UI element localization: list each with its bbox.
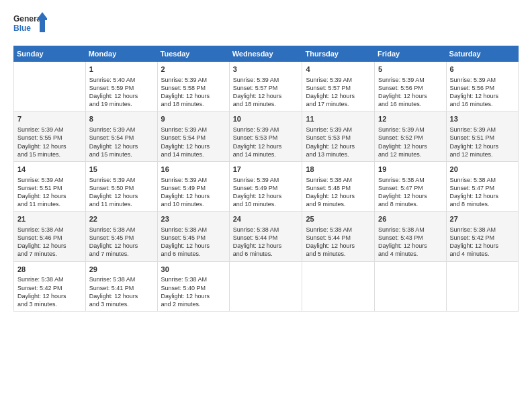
day-number: 18 xyxy=(306,165,371,175)
day-number: 9 xyxy=(161,114,226,124)
day-info: Sunrise: 5:38 AM Sunset: 5:45 PM Dayligh… xyxy=(161,226,226,259)
calendar-day-cell: 9Sunrise: 5:39 AM Sunset: 5:54 PM Daylig… xyxy=(157,111,229,161)
calendar-day-cell: 22Sunrise: 5:38 AM Sunset: 5:45 PM Dayli… xyxy=(85,212,157,261)
calendar-week-row: 21Sunrise: 5:38 AM Sunset: 5:46 PM Dayli… xyxy=(14,212,519,261)
calendar-day-header: Wednesday xyxy=(229,46,302,62)
day-number: 28 xyxy=(17,265,82,275)
logo: General Blue xyxy=(13,11,47,39)
calendar-day-cell: 21Sunrise: 5:38 AM Sunset: 5:46 PM Dayli… xyxy=(14,212,86,261)
day-info: Sunrise: 5:39 AM Sunset: 5:57 PM Dayligh… xyxy=(233,76,299,109)
day-number: 21 xyxy=(17,214,82,224)
calendar-day-cell: 16Sunrise: 5:39 AM Sunset: 5:49 PM Dayli… xyxy=(157,161,229,211)
day-number: 22 xyxy=(89,214,154,224)
day-info: Sunrise: 5:39 AM Sunset: 5:57 PM Dayligh… xyxy=(306,76,371,109)
day-number: 13 xyxy=(450,114,515,124)
day-info: Sunrise: 5:39 AM Sunset: 5:51 PM Dayligh… xyxy=(450,126,515,158)
day-number: 23 xyxy=(161,214,226,224)
day-info: Sunrise: 5:38 AM Sunset: 5:47 PM Dayligh… xyxy=(378,176,442,209)
day-info: Sunrise: 5:38 AM Sunset: 5:44 PM Dayligh… xyxy=(233,226,299,259)
day-number: 4 xyxy=(306,64,371,75)
calendar-day-cell: 14Sunrise: 5:39 AM Sunset: 5:51 PM Dayli… xyxy=(14,161,86,211)
day-number: 15 xyxy=(89,165,154,175)
day-info: Sunrise: 5:40 AM Sunset: 5:59 PM Dayligh… xyxy=(89,76,154,109)
calendar-day-cell: 4Sunrise: 5:39 AM Sunset: 5:57 PM Daylig… xyxy=(302,62,375,111)
calendar-day-cell: 11Sunrise: 5:39 AM Sunset: 5:53 PM Dayli… xyxy=(302,111,375,161)
calendar-day-cell: 25Sunrise: 5:38 AM Sunset: 5:44 PM Dayli… xyxy=(302,212,375,261)
calendar-day-cell: 13Sunrise: 5:39 AM Sunset: 5:51 PM Dayli… xyxy=(446,111,518,161)
calendar-day-cell: 23Sunrise: 5:38 AM Sunset: 5:45 PM Dayli… xyxy=(157,212,229,261)
calendar-day-cell xyxy=(446,261,518,311)
calendar-day-cell: 15Sunrise: 5:39 AM Sunset: 5:50 PM Dayli… xyxy=(85,161,157,211)
day-number: 12 xyxy=(378,114,442,124)
calendar-day-header: Friday xyxy=(375,46,446,62)
day-info: Sunrise: 5:38 AM Sunset: 5:43 PM Dayligh… xyxy=(378,226,442,259)
calendar-week-row: 7Sunrise: 5:39 AM Sunset: 5:55 PM Daylig… xyxy=(14,111,519,161)
calendar-day-cell: 17Sunrise: 5:39 AM Sunset: 5:49 PM Dayli… xyxy=(229,161,302,211)
calendar-day-header: Tuesday xyxy=(157,46,229,62)
calendar-day-cell: 12Sunrise: 5:39 AM Sunset: 5:52 PM Dayli… xyxy=(375,111,446,161)
day-number: 27 xyxy=(450,214,515,224)
calendar-week-row: 14Sunrise: 5:39 AM Sunset: 5:51 PM Dayli… xyxy=(14,161,519,211)
calendar-day-cell xyxy=(14,62,86,111)
day-number: 26 xyxy=(378,214,442,224)
day-number: 25 xyxy=(306,214,371,224)
calendar-day-header: Monday xyxy=(85,46,157,62)
calendar-day-cell: 19Sunrise: 5:38 AM Sunset: 5:47 PM Dayli… xyxy=(375,161,446,211)
calendar-day-cell: 26Sunrise: 5:38 AM Sunset: 5:43 PM Dayli… xyxy=(375,212,446,261)
day-info: Sunrise: 5:38 AM Sunset: 5:42 PM Dayligh… xyxy=(17,275,82,308)
day-number: 3 xyxy=(233,64,299,75)
calendar-day-cell xyxy=(229,261,302,311)
day-number: 2 xyxy=(161,64,226,75)
day-info: Sunrise: 5:39 AM Sunset: 5:49 PM Dayligh… xyxy=(161,176,226,209)
calendar-day-cell: 2Sunrise: 5:39 AM Sunset: 5:58 PM Daylig… xyxy=(157,62,229,111)
calendar-day-cell: 5Sunrise: 5:39 AM Sunset: 5:56 PM Daylig… xyxy=(375,62,446,111)
day-number: 19 xyxy=(378,165,442,175)
day-number: 17 xyxy=(233,165,299,175)
calendar-week-row: 28Sunrise: 5:38 AM Sunset: 5:42 PM Dayli… xyxy=(14,261,519,311)
svg-text:Blue: Blue xyxy=(13,24,31,33)
calendar-day-cell: 18Sunrise: 5:38 AM Sunset: 5:48 PM Dayli… xyxy=(302,161,375,211)
calendar-header-row: SundayMondayTuesdayWednesdayThursdayFrid… xyxy=(14,46,519,62)
day-info: Sunrise: 5:39 AM Sunset: 5:50 PM Dayligh… xyxy=(89,176,154,209)
day-number: 6 xyxy=(450,64,515,75)
calendar-day-header: Saturday xyxy=(446,46,518,62)
day-info: Sunrise: 5:38 AM Sunset: 5:46 PM Dayligh… xyxy=(17,226,82,259)
calendar-day-cell: 30Sunrise: 5:38 AM Sunset: 5:40 PM Dayli… xyxy=(157,261,229,311)
calendar-day-cell xyxy=(302,261,375,311)
calendar-day-cell: 6Sunrise: 5:39 AM Sunset: 5:56 PM Daylig… xyxy=(446,62,518,111)
day-number: 16 xyxy=(161,165,226,175)
day-info: Sunrise: 5:39 AM Sunset: 5:55 PM Dayligh… xyxy=(17,126,82,158)
day-info: Sunrise: 5:39 AM Sunset: 5:53 PM Dayligh… xyxy=(306,126,371,158)
calendar-day-cell: 24Sunrise: 5:38 AM Sunset: 5:44 PM Dayli… xyxy=(229,212,302,261)
calendar-day-cell: 29Sunrise: 5:38 AM Sunset: 5:41 PM Dayli… xyxy=(85,261,157,311)
day-info: Sunrise: 5:38 AM Sunset: 5:47 PM Dayligh… xyxy=(450,176,515,209)
day-info: Sunrise: 5:38 AM Sunset: 5:48 PM Dayligh… xyxy=(306,176,371,209)
calendar-table: SundayMondayTuesdayWednesdayThursdayFrid… xyxy=(13,46,519,312)
day-info: Sunrise: 5:38 AM Sunset: 5:41 PM Dayligh… xyxy=(89,275,154,308)
day-info: Sunrise: 5:39 AM Sunset: 5:52 PM Dayligh… xyxy=(378,126,442,158)
calendar-day-cell: 20Sunrise: 5:38 AM Sunset: 5:47 PM Dayli… xyxy=(446,161,518,211)
header: General Blue xyxy=(13,11,519,39)
day-number: 30 xyxy=(161,265,226,275)
calendar-day-cell xyxy=(375,261,446,311)
day-info: Sunrise: 5:38 AM Sunset: 5:44 PM Dayligh… xyxy=(306,226,371,259)
day-number: 1 xyxy=(89,64,154,75)
calendar-day-header: Thursday xyxy=(302,46,375,62)
calendar-day-header: Sunday xyxy=(14,46,86,62)
calendar-day-cell: 27Sunrise: 5:38 AM Sunset: 5:42 PM Dayli… xyxy=(446,212,518,261)
day-number: 24 xyxy=(233,214,299,224)
calendar-day-cell: 8Sunrise: 5:39 AM Sunset: 5:54 PM Daylig… xyxy=(85,111,157,161)
page: General Blue SundayMondayTuesdayWednesda… xyxy=(0,0,532,411)
calendar-day-cell: 10Sunrise: 5:39 AM Sunset: 5:53 PM Dayli… xyxy=(229,111,302,161)
day-info: Sunrise: 5:38 AM Sunset: 5:42 PM Dayligh… xyxy=(450,226,515,259)
day-number: 14 xyxy=(17,165,82,175)
day-info: Sunrise: 5:39 AM Sunset: 5:53 PM Dayligh… xyxy=(233,126,299,158)
day-info: Sunrise: 5:39 AM Sunset: 5:56 PM Dayligh… xyxy=(450,76,515,109)
calendar-day-cell: 3Sunrise: 5:39 AM Sunset: 5:57 PM Daylig… xyxy=(229,62,302,111)
day-number: 29 xyxy=(89,265,154,275)
day-info: Sunrise: 5:39 AM Sunset: 5:49 PM Dayligh… xyxy=(233,176,299,209)
day-number: 10 xyxy=(233,114,299,124)
day-info: Sunrise: 5:39 AM Sunset: 5:56 PM Dayligh… xyxy=(378,76,442,109)
day-info: Sunrise: 5:39 AM Sunset: 5:58 PM Dayligh… xyxy=(161,76,226,109)
calendar-week-row: 1Sunrise: 5:40 AM Sunset: 5:59 PM Daylig… xyxy=(14,62,519,111)
